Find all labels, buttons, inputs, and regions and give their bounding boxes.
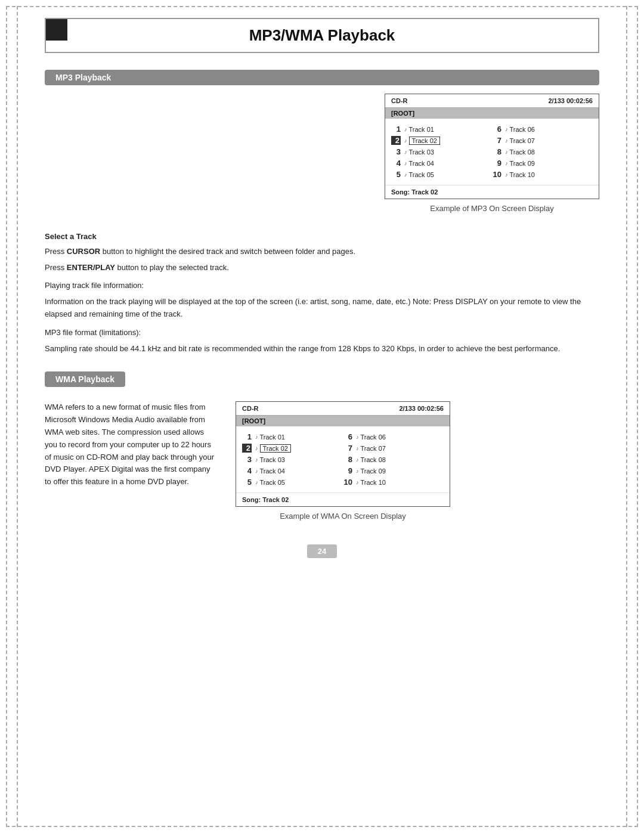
music-icon: ♪ <box>356 479 359 485</box>
track-name: Track 10 <box>510 171 535 178</box>
select-p1: Press CURSOR button to highlight the des… <box>45 246 599 258</box>
track-number: 1 <box>242 432 252 441</box>
wma-screen-display: CD-R 2/133 00:02:56 [ROOT] 1♪Track 012♪T… <box>236 401 450 507</box>
track-number: 3 <box>242 455 252 464</box>
music-icon: ♪ <box>404 138 407 144</box>
track-row: 4♪Track 04 <box>391 157 492 169</box>
track-number: 5 <box>242 478 252 487</box>
mp3-screen-header: CD-R 2/133 00:02:56 <box>385 94 599 108</box>
track-name: Track 08 <box>361 456 386 463</box>
track-number: 9 <box>343 466 352 475</box>
mp3-cd-r-label: CD-R <box>391 97 408 104</box>
wma-track-list: 1♪Track 012♪Track 023♪Track 034♪Track 04… <box>236 429 450 493</box>
track-row: 9♪Track 09 <box>492 157 593 169</box>
track-row: 7♪Track 07 <box>492 135 593 146</box>
track-row: 7♪Track 07 <box>343 442 444 454</box>
music-icon: ♪ <box>356 457 359 463</box>
track-row: 5♪Track 05 <box>242 476 343 488</box>
track-name: Track 03 <box>409 148 434 156</box>
track-name: Track 06 <box>510 126 535 133</box>
track-row: 1♪Track 01 <box>391 123 492 135</box>
music-icon: ♪ <box>505 160 508 166</box>
wma-tracks-right: 6♪Track 067♪Track 078♪Track 089♪Track 09… <box>343 431 444 488</box>
track-row: 6♪Track 06 <box>492 123 593 135</box>
track-number: 10 <box>343 478 352 487</box>
wma-tracks-left: 1♪Track 012♪Track 023♪Track 034♪Track 04… <box>242 431 343 488</box>
track-name: Track 10 <box>361 479 386 486</box>
track-name: Track 07 <box>510 137 535 144</box>
wma-screen-wrap: CD-R 2/133 00:02:56 [ROOT] 1♪Track 012♪T… <box>236 401 450 521</box>
wma-playback-section: WMA Playback WMA refers to a new format … <box>45 371 599 521</box>
track-row: 6♪Track 06 <box>343 431 444 442</box>
mp3-tracks-left: 1♪Track 012♪Track 023♪Track 034♪Track 04… <box>391 123 492 180</box>
mp3-song-label: Song: Track 02 <box>385 185 599 199</box>
track-number: 7 <box>343 444 352 453</box>
track-number: 6 <box>343 432 352 441</box>
track-row: 2♪Track 02 <box>391 135 492 146</box>
track-name: Track 04 <box>409 160 434 167</box>
track-row: 8♪Track 08 <box>343 454 444 465</box>
track-row: 2♪Track 02 <box>242 442 343 454</box>
music-icon: ♪ <box>505 172 508 178</box>
track-number: 2 <box>242 444 252 453</box>
music-icon: ♪ <box>404 172 407 178</box>
wma-time-label: 2/133 00:02:56 <box>399 405 444 412</box>
track-row: 10♪Track 10 <box>343 476 444 488</box>
track-row: 10♪Track 10 <box>492 169 593 180</box>
music-icon: ♪ <box>255 468 258 474</box>
music-icon: ♪ <box>255 457 258 463</box>
wma-cd-r-label: CD-R <box>242 405 259 412</box>
track-name: Track 04 <box>260 467 285 475</box>
mp3-caption: Example of MP3 On Screen Display <box>430 204 553 213</box>
music-icon: ♪ <box>404 126 407 132</box>
mp3-screen-wrap: CD-R 2/133 00:02:56 [ROOT] 1♪Track 012♪T… <box>385 94 599 213</box>
left-dashes <box>17 6 18 827</box>
wma-section-body: WMA refers to a new format of music file… <box>45 401 599 521</box>
track-name: Track 01 <box>409 126 434 133</box>
wma-screen-header: CD-R 2/133 00:02:56 <box>236 402 450 416</box>
track-name: Track 05 <box>260 479 285 486</box>
wma-root-bar: [ROOT] <box>236 416 450 426</box>
select-title: Select a Track <box>45 231 599 243</box>
mp3-root-bar: [ROOT] <box>385 108 599 119</box>
music-icon: ♪ <box>505 126 508 132</box>
wma-caption: Example of WMA On Screen Display <box>280 512 406 521</box>
music-icon: ♪ <box>255 479 258 485</box>
track-number: 7 <box>492 136 501 145</box>
track-row: 8♪Track 08 <box>492 146 593 157</box>
track-name: Track 02 <box>260 444 291 453</box>
track-row: 5♪Track 05 <box>391 169 492 180</box>
track-row: 9♪Track 09 <box>343 465 444 476</box>
track-row: 1♪Track 01 <box>242 431 343 442</box>
wma-section-header: WMA Playback <box>45 371 125 387</box>
track-number: 1 <box>391 125 401 134</box>
mp3-time-label: 2/133 00:02:56 <box>548 97 593 104</box>
track-name: Track 01 <box>260 433 285 441</box>
track-name: Track 08 <box>510 148 535 156</box>
mp3-playback-section: MP3 Playback CD-R 2/133 00:02:56 [ROOT] … <box>45 70 599 213</box>
mp3-tracks-right: 6♪Track 067♪Track 078♪Track 089♪Track 09… <box>492 123 593 180</box>
mp3-section-top: CD-R 2/133 00:02:56 [ROOT] 1♪Track 012♪T… <box>45 94 599 213</box>
music-icon: ♪ <box>255 445 258 451</box>
track-name: Track 03 <box>260 456 285 463</box>
wma-song-label: Song: Track 02 <box>236 493 450 506</box>
right-dashes <box>626 6 627 827</box>
track-name: Track 09 <box>361 467 386 475</box>
music-icon: ♪ <box>356 445 359 451</box>
music-icon: ♪ <box>356 468 359 474</box>
playing-title: Playing track file information: <box>45 280 599 292</box>
track-number: 4 <box>242 466 252 475</box>
select-p2: Press ENTER/PLAY button to play the sele… <box>45 262 599 274</box>
music-icon: ♪ <box>404 160 407 166</box>
track-number: 6 <box>492 125 501 134</box>
track-number: 5 <box>391 170 401 179</box>
music-icon: ♪ <box>255 434 258 440</box>
track-name: Track 09 <box>510 160 535 167</box>
track-name: Track 06 <box>361 433 386 441</box>
mp3-section-header: MP3 Playback <box>45 70 599 85</box>
page-number-wrap: 24 <box>45 544 599 558</box>
track-number: 3 <box>391 147 401 156</box>
track-row: 3♪Track 03 <box>242 454 343 465</box>
track-number: 8 <box>343 455 352 464</box>
track-name: Track 02 <box>409 137 440 145</box>
